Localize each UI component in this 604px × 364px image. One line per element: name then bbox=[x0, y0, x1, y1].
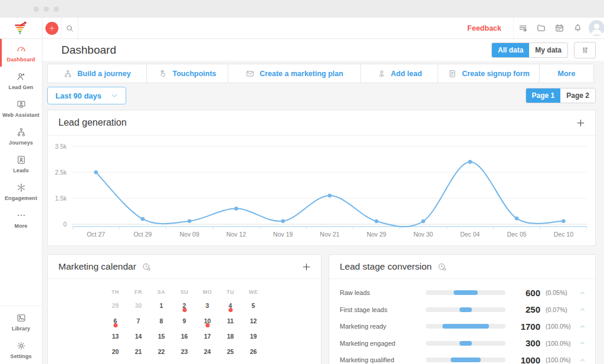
topbar-icons bbox=[514, 18, 587, 38]
calendar-date[interactable]: 15 bbox=[150, 329, 173, 344]
chart-point[interactable] bbox=[188, 219, 192, 223]
calendar-date[interactable]: 7 bbox=[127, 313, 150, 329]
chart-point[interactable] bbox=[375, 219, 379, 224]
action-add-lead[interactable]: Add lead bbox=[360, 64, 438, 83]
lead-generation-line-chart: 01.5k2.5k3.5kOct 27Oct 29Nov 09Nov 12Nov… bbox=[49, 137, 596, 240]
sidebar-item-library[interactable]: Library bbox=[0, 308, 42, 336]
calendar-date[interactable]: 5 bbox=[242, 298, 265, 313]
calendar-date[interactable]: 30 bbox=[127, 298, 150, 313]
calendar-date[interactable]: 29 bbox=[150, 359, 173, 364]
calendar-date[interactable]: 1 bbox=[219, 359, 242, 364]
calendar-date[interactable]: 9 bbox=[173, 313, 196, 329]
calendar-date[interactable]: 12 bbox=[242, 313, 265, 329]
calendar-date[interactable]: 10 bbox=[196, 313, 219, 329]
bell-icon[interactable] bbox=[569, 18, 587, 38]
add-event-button[interactable] bbox=[301, 262, 311, 272]
folder-icon[interactable] bbox=[532, 18, 550, 38]
calendar-date[interactable]: 17 bbox=[196, 329, 219, 344]
caret-up-icon[interactable] bbox=[579, 357, 586, 363]
caret-up-icon[interactable] bbox=[579, 340, 586, 346]
bottom-panels-row: Marketing calendar THFRSASUMOTUWE 293012… bbox=[47, 254, 596, 364]
calendar-date-number: 13 bbox=[112, 333, 119, 340]
calendar-date[interactable]: 27 bbox=[104, 359, 127, 364]
calendar-date[interactable]: 23 bbox=[173, 344, 196, 359]
chart-point[interactable] bbox=[94, 170, 98, 175]
filter-button[interactable] bbox=[574, 42, 596, 58]
calendar-date-number: 21 bbox=[135, 348, 142, 355]
conversion-bar-track bbox=[426, 358, 505, 362]
toggle-all-data[interactable]: All data bbox=[492, 43, 529, 57]
calendar-date[interactable]: 11 bbox=[219, 313, 242, 329]
action-create-signup-form[interactable]: Create signup form bbox=[438, 64, 540, 83]
calendar-date[interactable]: 2 bbox=[242, 359, 265, 364]
calendar-date[interactable]: 19 bbox=[242, 329, 265, 344]
calendar-date[interactable]: 20 bbox=[104, 344, 127, 359]
calendar-date[interactable]: 22 bbox=[150, 344, 173, 359]
calendar-date[interactable]: 6 bbox=[104, 313, 127, 329]
calendar-icon[interactable] bbox=[550, 18, 569, 38]
date-range-dropdown[interactable]: Last 90 days bbox=[47, 87, 126, 104]
calendar-date[interactable]: 1 bbox=[150, 298, 173, 313]
calendar-date[interactable]: 14 bbox=[127, 329, 150, 344]
action-create-a-marketing-plan[interactable]: Create a marketing plan bbox=[228, 64, 361, 83]
chart-point[interactable] bbox=[468, 160, 472, 164]
calendar-date[interactable]: 3 bbox=[196, 298, 219, 313]
sidebar-item-label: Leads bbox=[13, 168, 29, 173]
calendar-date[interactable]: 8 bbox=[150, 313, 173, 329]
caret-up-icon[interactable] bbox=[579, 323, 586, 330]
conversion-bar-track bbox=[426, 324, 505, 329]
calendar-date[interactable]: 21 bbox=[127, 344, 150, 359]
action-touchpoints[interactable]: Touchpoints bbox=[146, 64, 228, 83]
calendar-date[interactable]: 29 bbox=[104, 298, 127, 313]
action-build-a-journey[interactable]: Build a journey bbox=[47, 64, 147, 83]
calendar-date[interactable]: 31 bbox=[196, 359, 219, 364]
calendar-date[interactable]: 30 bbox=[173, 359, 196, 364]
search-button[interactable] bbox=[61, 18, 78, 38]
calendar-date[interactable]: 28 bbox=[127, 359, 150, 364]
list-icon[interactable] bbox=[514, 18, 532, 38]
page-button-page-1[interactable]: Page 1 bbox=[526, 88, 561, 103]
controls-row: Last 90 days Page 1Page 2 bbox=[47, 87, 596, 104]
page-button-page-2[interactable]: Page 2 bbox=[560, 88, 595, 103]
add-widget-button[interactable] bbox=[576, 118, 586, 128]
sidebar-item-leads[interactable]: Leads bbox=[0, 150, 42, 178]
calendar-date[interactable]: 18 bbox=[219, 329, 242, 344]
logo-cell bbox=[0, 18, 42, 38]
sidebar-item-dashboard[interactable]: Dashboard bbox=[0, 39, 42, 67]
quick-add-button[interactable] bbox=[45, 22, 58, 35]
conversion-bar-track bbox=[426, 341, 505, 346]
user-avatar[interactable] bbox=[589, 20, 604, 36]
feedback-link[interactable]: Feedback bbox=[455, 18, 514, 38]
funnel-arrow-logo[interactable] bbox=[13, 20, 29, 36]
calendar-date[interactable]: 24 bbox=[196, 344, 219, 359]
sidebar-item-journeys[interactable]: Journeys bbox=[0, 122, 42, 150]
chart-point[interactable] bbox=[421, 219, 425, 224]
conversion-percent: (0.05%) bbox=[546, 289, 579, 296]
calendar-date[interactable]: 25 bbox=[219, 344, 242, 359]
sidebar-item-web-assistant[interactable]: Web Assistant bbox=[0, 94, 42, 122]
calendar-date[interactable]: 2 bbox=[173, 298, 196, 313]
sidebar-item-lead-gen[interactable]: Lead Gen bbox=[0, 67, 42, 94]
conversion-row-first-stage-leads: First stage leads250(0.07%) bbox=[340, 301, 586, 319]
chart-point[interactable] bbox=[234, 206, 238, 211]
caret-up-icon[interactable] bbox=[579, 306, 586, 313]
calendar-date[interactable]: 16 bbox=[173, 329, 196, 344]
calendar-day-headers: THFRSASUMOTUWE bbox=[104, 286, 265, 298]
chart-point[interactable] bbox=[515, 217, 519, 221]
chart-point[interactable] bbox=[141, 217, 145, 221]
caret-up-icon[interactable] bbox=[579, 290, 586, 296]
chart-point[interactable] bbox=[562, 219, 566, 223]
calendar-day-header: SA bbox=[150, 286, 173, 298]
sidebar-item-settings[interactable]: Settings bbox=[0, 336, 42, 363]
sidebar-item-more[interactable]: More bbox=[0, 205, 42, 233]
calendar-date[interactable]: 26 bbox=[242, 344, 265, 359]
action-more[interactable]: More bbox=[539, 64, 594, 83]
calendar-date[interactable]: 4 bbox=[219, 298, 242, 313]
chart-point[interactable] bbox=[328, 194, 332, 198]
calendar-day-header: TH bbox=[104, 286, 127, 298]
leads-icon bbox=[16, 155, 27, 165]
chart-point[interactable] bbox=[281, 219, 285, 223]
sidebar-item-engagement[interactable]: Engagement bbox=[0, 178, 42, 205]
toggle-my-data[interactable]: My data bbox=[529, 43, 567, 57]
calendar-date[interactable]: 13 bbox=[104, 329, 127, 344]
